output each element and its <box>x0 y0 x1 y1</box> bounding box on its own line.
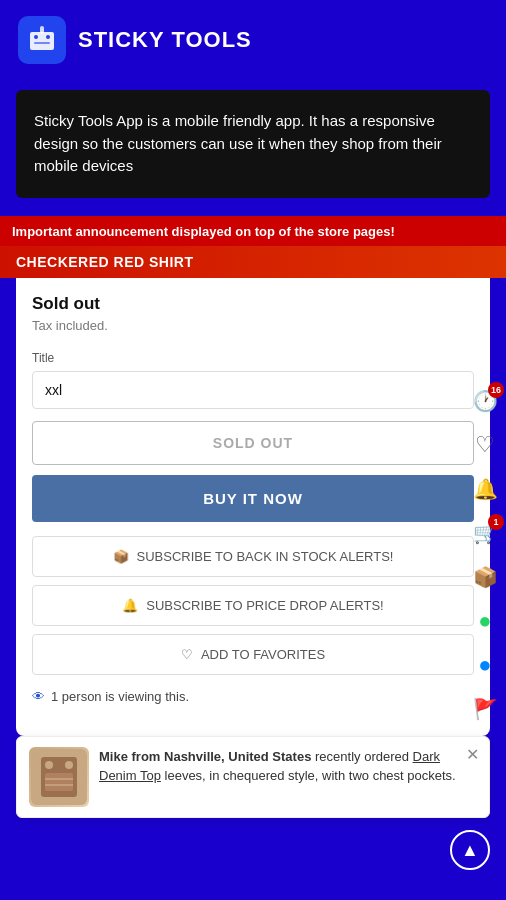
order-person: Mike from Nashville, United States <box>99 749 311 764</box>
svg-rect-4 <box>34 42 50 44</box>
description-box: Sticky Tools App is a mobile friendly ap… <box>16 90 490 198</box>
bell-alert-icon: 🔔 <box>122 598 138 613</box>
messenger-sidebar-icon[interactable]: ● <box>464 644 506 686</box>
product-name: CHECKERED RED SHIRT <box>16 254 194 270</box>
product-card: Sold out Tax included. Title SOLD OUT BU… <box>16 278 490 736</box>
order-text: Mike from Nashville, United States recen… <box>99 747 477 786</box>
announcement-text: Important announcement displayed on top … <box>12 224 395 239</box>
svg-rect-5 <box>40 26 44 34</box>
sold-out-label: Sold out <box>32 294 474 314</box>
header: STICKY TOOLS <box>0 0 506 80</box>
close-popup-button[interactable]: ✕ <box>466 745 479 764</box>
order-extra: leeves, in chequered style, with two che… <box>165 768 456 783</box>
title-input[interactable] <box>32 371 474 409</box>
viewing-text: 1 person is viewing this. <box>51 689 189 704</box>
buy-now-button[interactable]: BUY IT NOW <box>32 475 474 522</box>
svg-rect-10 <box>45 773 73 791</box>
announcement-bar: Important announcement displayed on top … <box>0 216 506 246</box>
app-title: STICKY TOOLS <box>78 27 252 53</box>
bell-sidebar-icon[interactable]: 🔔 <box>464 468 506 510</box>
floating-sidebar: 🕐 16 ♡ 🔔 🛒 1 📦 ● ● 🚩 <box>464 380 506 730</box>
chevron-up-icon: ▲ <box>461 840 479 861</box>
recent-order-popup: Mike from Nashville, United States recen… <box>16 736 490 818</box>
box-icon: 📦 <box>113 549 129 564</box>
add-favorites-button[interactable]: ♡ ADD TO FAVORITES <box>32 634 474 675</box>
cart-sidebar-icon[interactable]: 🛒 1 <box>464 512 506 554</box>
description-text: Sticky Tools App is a mobile friendly ap… <box>34 110 472 178</box>
viewing-notice: 👁 1 person is viewing this. <box>32 689 474 704</box>
svg-point-8 <box>45 761 53 769</box>
tax-label: Tax included. <box>32 318 474 333</box>
svg-point-2 <box>34 35 38 39</box>
svg-point-9 <box>65 761 73 769</box>
history-sidebar-icon[interactable]: 🕐 16 <box>464 380 506 422</box>
scroll-to-top-button[interactable]: ▲ <box>450 830 490 870</box>
eye-icon: 👁 <box>32 689 45 704</box>
product-name-bar: CHECKERED RED SHIRT <box>0 246 506 278</box>
flag-sidebar-icon[interactable]: 🚩 <box>464 688 506 730</box>
subscribe-stock-button[interactable]: 📦 SUBSCRIBE TO BACK IN STOCK ALERTS! <box>32 536 474 577</box>
order-thumbnail <box>29 747 89 807</box>
whatsapp-sidebar-icon[interactable]: ● <box>464 600 506 642</box>
order-action: recently ordered <box>315 749 413 764</box>
package-sidebar-icon[interactable]: 📦 <box>464 556 506 598</box>
app-logo <box>18 16 66 64</box>
heart-fav-icon: ♡ <box>181 647 193 662</box>
svg-point-3 <box>46 35 50 39</box>
subscribe-price-button[interactable]: 🔔 SUBSCRIBE TO PRICE DROP ALERTS! <box>32 585 474 626</box>
sold-out-button[interactable]: SOLD OUT <box>32 421 474 465</box>
title-field-label: Title <box>32 351 474 365</box>
heart-sidebar-icon[interactable]: ♡ <box>464 424 506 466</box>
svg-rect-1 <box>30 32 54 50</box>
